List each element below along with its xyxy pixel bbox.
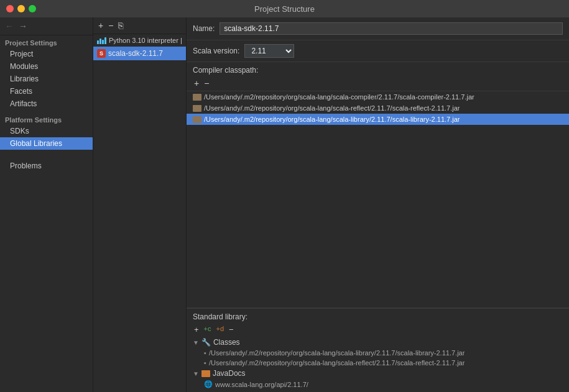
classpath-add-button[interactable]: +	[193, 78, 200, 88]
sidebar-item-global-libraries[interactable]: Global Libraries	[0, 137, 93, 150]
sidebar-item-libraries[interactable]: Libraries	[0, 73, 93, 85]
project-settings-label: Project Settings	[0, 35, 93, 48]
sidebar-item-facets[interactable]: Facets	[0, 85, 93, 98]
window-title: Project Structure	[254, 4, 315, 14]
main-layout: ← → Project Settings Project Modules Lib…	[0, 17, 569, 392]
sidebar-item-sdks[interactable]: SDKs	[0, 125, 93, 137]
stdlib-group-javadocs: ▼ JavaDocs 🌐 www.scala-lang.org/api/2.11…	[187, 368, 569, 390]
globe-icon: 🌐	[204, 380, 213, 388]
javadocs-label: JavaDocs	[213, 369, 246, 378]
classes-icon: 🔧	[201, 338, 211, 347]
remove-sdk-button[interactable]: −	[107, 21, 114, 30]
nav-arrows: ← →	[0, 17, 93, 35]
name-label: Name:	[193, 24, 215, 33]
scala-version-select[interactable]: 2.11 2.12 2.13	[244, 44, 294, 58]
classpath-entry-1[interactable]: /Users/andy/.m2/repository/org/scala-lan…	[187, 103, 569, 114]
copy-sdk-button[interactable]: ⎘	[117, 21, 124, 30]
sidebar: ← → Project Settings Project Modules Lib…	[0, 17, 93, 392]
python-sdk-label: Python 3.10 interpreter |	[109, 37, 182, 44]
name-row: Name:	[187, 17, 569, 40]
stdlib-add-button[interactable]: +	[193, 325, 200, 334]
classpath-entry-0[interactable]: /Users/andy/.m2/repository/org/scala-lan…	[187, 91, 569, 103]
stdlib-classes-header[interactable]: ▼ 🔧 Classes	[187, 337, 569, 348]
classpath-toolbar: + −	[187, 77, 569, 91]
compiler-classpath-section: Compiler classpath: + − /Users/andy/.m2/…	[187, 62, 569, 308]
stdlib-add-classes-button[interactable]: +c	[203, 325, 213, 334]
titlebar: Project Structure	[0, 0, 569, 17]
sidebar-item-modules[interactable]: Modules	[0, 60, 93, 73]
back-arrow[interactable]: ←	[5, 21, 14, 31]
classes-chevron: ▼	[193, 339, 199, 346]
stdlib-toolbar: + +c +d −	[187, 324, 569, 337]
platform-settings-label: Platform Settings	[0, 112, 93, 125]
minimize-button[interactable]	[17, 5, 25, 12]
classes-path-0: /Users/andy/.m2/repository/org/scala-lan…	[209, 349, 465, 357]
classpath-path-2: /Users/andy/.m2/repository/org/scala-lan…	[204, 116, 460, 123]
javadocs-path-0: www.scala-lang.org/api/2.11.7/	[215, 381, 308, 388]
sdk-entry-python[interactable]: Python 3.10 interpreter |	[93, 34, 186, 47]
name-input[interactable]	[220, 22, 563, 35]
classpath-entries: /Users/andy/.m2/repository/org/scala-lan…	[187, 91, 569, 308]
folder-icon-2	[193, 116, 201, 123]
sidebar-item-artifacts[interactable]: Artifacts	[0, 98, 93, 110]
stdlib-javadocs-header[interactable]: ▼ JavaDocs	[187, 368, 569, 379]
standard-library-label: Standard library:	[187, 309, 569, 324]
add-sdk-button[interactable]: +	[97, 21, 104, 30]
stdlib-group-classes: ▼ 🔧 Classes ▪ /Users/andy/.m2/repository…	[187, 337, 569, 368]
classpath-path-1: /Users/andy/.m2/repository/org/scala-lan…	[204, 104, 460, 112]
classpath-path-0: /Users/andy/.m2/repository/org/scala-lan…	[204, 93, 474, 101]
sdk-list: + − ⎘ Python 3.10 interpreter | S	[93, 17, 187, 392]
javadocs-folder-icon	[201, 370, 210, 377]
sdk-toolbar: + − ⎘	[93, 17, 186, 34]
classes-path-1: /Users/andy/.m2/repository/org/scala-lan…	[209, 359, 465, 367]
folder-icon-1	[193, 105, 201, 112]
sidebar-item-problems[interactable]: Problems	[0, 160, 93, 172]
stdlib-remove-button[interactable]: −	[228, 325, 235, 334]
middle-area: + − ⎘ Python 3.10 interpreter | S	[93, 17, 569, 392]
classes-item-0[interactable]: ▪ /Users/andy/.m2/repository/org/scala-l…	[187, 348, 569, 358]
scala-version-label: Scala version:	[193, 47, 239, 55]
jar-icon-1: ▪	[204, 359, 206, 367]
sidebar-item-project[interactable]: Project	[0, 48, 93, 60]
compiler-classpath-label: Compiler classpath:	[187, 62, 569, 77]
classpath-entry-2[interactable]: /Users/andy/.m2/repository/org/scala-lan…	[187, 114, 569, 125]
javadocs-chevron: ▼	[193, 370, 199, 377]
standard-library-section: Standard library: + +c +d − ▼ 🔧 Classes	[187, 308, 569, 392]
forward-arrow[interactable]: →	[19, 21, 27, 31]
close-button[interactable]	[6, 5, 14, 12]
scala-sdk-label: scala-sdk-2.11.7	[108, 49, 163, 58]
traffic-lights	[6, 5, 36, 12]
folder-icon-0	[193, 94, 201, 101]
python-icon	[97, 37, 106, 44]
classes-label: Classes	[213, 338, 240, 347]
scala-icon: S	[97, 49, 106, 58]
classes-item-1[interactable]: ▪ /Users/andy/.m2/repository/org/scala-l…	[187, 358, 569, 368]
scala-version-row: Scala version: 2.11 2.12 2.13	[187, 40, 569, 62]
javadocs-item-0[interactable]: 🌐 www.scala-lang.org/api/2.11.7/	[187, 379, 569, 390]
classpath-remove-button[interactable]: −	[203, 78, 210, 88]
jar-icon-0: ▪	[204, 349, 206, 357]
maximize-button[interactable]	[29, 5, 36, 12]
sdk-entry-scala[interactable]: S scala-sdk-2.11.7	[93, 47, 186, 60]
stdlib-entries: ▼ 🔧 Classes ▪ /Users/andy/.m2/repository…	[187, 337, 569, 392]
content-panel: Name: Scala version: 2.11 2.12 2.13 Comp…	[187, 17, 569, 392]
stdlib-add-javadoc-button[interactable]: +d	[215, 325, 226, 334]
